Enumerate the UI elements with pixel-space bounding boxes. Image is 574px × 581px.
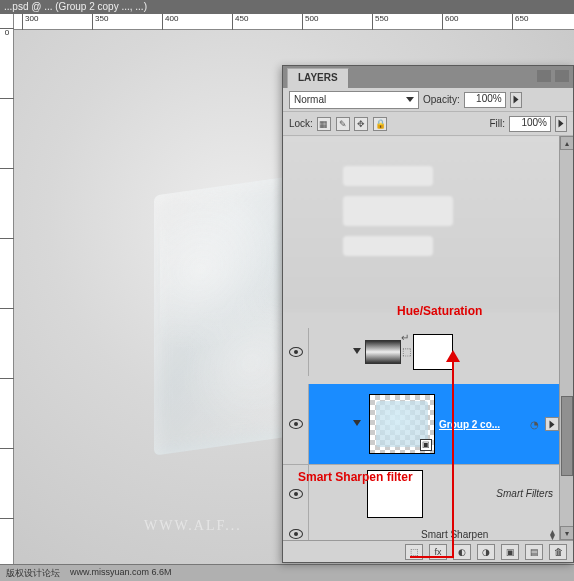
chevron-right-icon	[513, 96, 518, 104]
scroll-up-arrow-icon[interactable]: ▴	[560, 136, 573, 150]
filter-name[interactable]: Smart Sharpen	[421, 529, 488, 540]
fill-slider-toggle[interactable]	[555, 116, 567, 132]
layer-mask-thumbnail[interactable]	[413, 334, 453, 370]
scroll-down-arrow-icon[interactable]: ▾	[560, 526, 573, 540]
visibility-eye-icon[interactable]	[289, 347, 303, 357]
watermark-text: WWW.ALF...	[144, 518, 242, 534]
ruler-tick	[0, 518, 14, 519]
ruler-tick: 450	[232, 14, 248, 30]
adjustment-layer-icon[interactable]: ◑	[477, 544, 495, 560]
ruler-tick	[0, 378, 14, 379]
chevron-right-icon	[559, 120, 564, 128]
layer-row-smart-sharpen[interactable]: Smart Sharpen ⧫	[283, 522, 559, 540]
document-title-bar: ...psd @ ... (Group 2 copy ..., ...)	[0, 0, 574, 14]
status-bar: 版权设计论坛 www.missyuan.com 6.6M	[0, 564, 574, 581]
lock-fill-row: Lock: ▦ ✎ ✥ 🔒 Fill: 100%	[283, 112, 573, 136]
ruler-tick	[0, 448, 14, 449]
filter-blending-icon[interactable]: ⧫	[545, 527, 559, 540]
ruler-tick: 650	[512, 14, 528, 30]
fill-label: Fill:	[489, 118, 505, 129]
ruler-tick	[0, 238, 14, 239]
filter-indicator-icon[interactable]: ◔	[527, 417, 541, 431]
layer-mask-icon[interactable]: ◐	[453, 544, 471, 560]
ruler-horizontal: 300 350 400 450 500 550 600 650	[14, 14, 574, 30]
layers-panel[interactable]: LAYERS Normal Opacity: 100% Lock: ▦ ✎ ✥ …	[282, 65, 574, 563]
ruler-tick	[0, 168, 14, 169]
expand-toggle-icon[interactable]	[353, 348, 361, 356]
adjustment-thumbnail[interactable]	[365, 340, 401, 364]
ruler-tick: 350	[92, 14, 108, 30]
lock-all-icon[interactable]: 🔒	[373, 117, 387, 131]
layer-row-group-2-copy[interactable]: ▣ Group 2 co... ◔	[283, 384, 559, 464]
panel-tab-bar: LAYERS	[283, 66, 573, 88]
ruler-vertical: 0	[0, 14, 14, 581]
expand-toggle-icon[interactable]	[353, 420, 361, 428]
tab-layers[interactable]: LAYERS	[287, 68, 349, 88]
blend-mode-value: Normal	[294, 94, 326, 105]
layer-style-icon[interactable]: fx	[429, 544, 447, 560]
smart-object-badge-icon: ▣	[420, 439, 432, 451]
opacity-label: Opacity:	[423, 94, 460, 105]
layer-name[interactable]: Group 2 co...	[439, 419, 500, 430]
panel-collapse-icon[interactable]	[537, 70, 551, 82]
new-layer-icon[interactable]: ▤	[525, 544, 543, 560]
filter-mask-thumbnail[interactable]	[367, 470, 423, 518]
lock-icons-group: ▦ ✎ ✥ 🔒	[317, 117, 389, 131]
new-group-icon[interactable]: ▣	[501, 544, 519, 560]
ruler-tick	[0, 98, 14, 99]
layer-row-hue-saturation[interactable]: ⬚ ↵	[283, 328, 559, 376]
lock-label: Lock:	[289, 118, 313, 129]
clip-indicator-icon: ↵	[398, 330, 412, 344]
visibility-eye-icon[interactable]	[289, 489, 303, 499]
delete-layer-icon[interactable]: 🗑	[549, 544, 567, 560]
ruler-tick: 0	[0, 28, 14, 37]
panel-menu-icon[interactable]	[555, 70, 569, 82]
layers-list[interactable]: ⬚ ↵ ▣ Group 2 co... ◔	[283, 136, 573, 540]
blurred-layers-area	[283, 136, 563, 311]
scrollbar-thumb[interactable]	[561, 396, 573, 476]
chevron-up-icon	[550, 420, 555, 428]
chevron-down-icon	[406, 97, 414, 102]
lock-pixels-icon[interactable]: ✎	[336, 117, 350, 131]
effects-toggle[interactable]	[545, 417, 559, 431]
ruler-tick: 550	[372, 14, 388, 30]
ruler-tick	[0, 308, 14, 309]
layer-row-smart-filters[interactable]: Smart Filters	[283, 464, 559, 522]
status-right: www.missyuan.com 6.6M	[70, 567, 172, 579]
fill-input[interactable]: 100%	[509, 116, 551, 132]
opacity-slider-toggle[interactable]	[510, 92, 522, 108]
layer-thumbnail[interactable]: ▣	[369, 394, 435, 454]
visibility-eye-icon[interactable]	[289, 529, 303, 539]
layers-scrollbar[interactable]: ▴ ▾	[559, 136, 573, 540]
status-left: 版权设计论坛	[6, 567, 60, 579]
lock-transparency-icon[interactable]: ▦	[317, 117, 331, 131]
opacity-input[interactable]: 100%	[464, 92, 506, 108]
layers-panel-footer: ⬚ fx ◐ ◑ ▣ ▤ 🗑	[283, 540, 573, 562]
ruler-tick: 300	[22, 14, 38, 30]
blend-mode-select[interactable]: Normal	[289, 91, 419, 109]
blend-opacity-row: Normal Opacity: 100%	[283, 88, 573, 112]
ruler-tick: 400	[162, 14, 178, 30]
link-layers-icon[interactable]: ⬚	[405, 544, 423, 560]
ruler-tick: 500	[302, 14, 318, 30]
ruler-tick: 600	[442, 14, 458, 30]
smart-filters-label: Smart Filters	[425, 488, 559, 499]
link-icon[interactable]: ⬚	[401, 346, 411, 358]
lock-position-icon[interactable]: ✥	[354, 117, 368, 131]
visibility-eye-icon[interactable]	[289, 419, 303, 429]
